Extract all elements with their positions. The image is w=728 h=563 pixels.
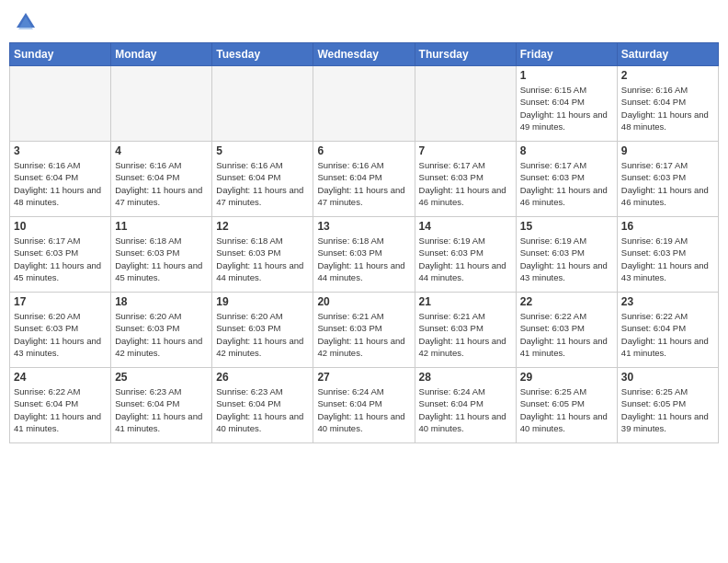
calendar-cell: 27Sunrise: 6:24 AMSunset: 6:04 PMDayligh…	[313, 368, 415, 443]
day-number: 13	[317, 220, 410, 233]
day-info: Sunrise: 6:20 AMSunset: 6:03 PMDaylight:…	[216, 310, 309, 359]
calendar-cell: 24Sunrise: 6:22 AMSunset: 6:04 PMDayligh…	[10, 368, 111, 443]
day-number: 20	[317, 295, 410, 308]
page-header	[9, 9, 719, 35]
day-info: Sunrise: 6:25 AMSunset: 6:05 PMDaylight:…	[621, 385, 714, 434]
calendar-cell: 8Sunrise: 6:17 AMSunset: 6:03 PMDaylight…	[516, 142, 617, 217]
calendar-cell	[111, 66, 212, 142]
day-info: Sunrise: 6:19 AMSunset: 6:03 PMDaylight:…	[621, 235, 714, 283]
calendar-cell: 1Sunrise: 6:15 AMSunset: 6:04 PMDaylight…	[516, 66, 617, 142]
day-number: 27	[317, 371, 410, 384]
day-number: 19	[216, 295, 309, 308]
day-number: 3	[14, 144, 107, 157]
calendar-cell: 16Sunrise: 6:19 AMSunset: 6:03 PMDayligh…	[617, 217, 718, 293]
calendar-cell	[212, 66, 313, 142]
weekday-header: Monday	[111, 43, 212, 66]
weekday-header: Friday	[516, 43, 617, 66]
logo	[13, 9, 42, 35]
day-number: 4	[115, 144, 208, 157]
day-number: 28	[419, 371, 512, 384]
weekday-header: Sunday	[10, 43, 111, 66]
day-info: Sunrise: 6:20 AMSunset: 6:03 PMDaylight:…	[115, 310, 208, 359]
day-number: 14	[419, 220, 512, 233]
day-info: Sunrise: 6:22 AMSunset: 6:04 PMDaylight:…	[621, 310, 714, 359]
day-info: Sunrise: 6:18 AMSunset: 6:03 PMDaylight:…	[317, 235, 410, 283]
calendar-cell: 3Sunrise: 6:16 AMSunset: 6:04 PMDaylight…	[10, 142, 111, 217]
calendar-week-row: 1Sunrise: 6:15 AMSunset: 6:04 PMDaylight…	[10, 66, 719, 142]
day-number: 15	[520, 220, 613, 233]
day-number: 10	[14, 220, 107, 233]
day-info: Sunrise: 6:21 AMSunset: 6:03 PMDaylight:…	[317, 310, 410, 359]
day-number: 26	[216, 371, 309, 384]
calendar-cell: 9Sunrise: 6:17 AMSunset: 6:03 PMDaylight…	[617, 142, 718, 217]
calendar-cell: 4Sunrise: 6:16 AMSunset: 6:04 PMDaylight…	[111, 142, 212, 217]
calendar-cell: 5Sunrise: 6:16 AMSunset: 6:04 PMDaylight…	[212, 142, 313, 217]
calendar-cell: 10Sunrise: 6:17 AMSunset: 6:03 PMDayligh…	[10, 217, 111, 293]
day-number: 9	[621, 144, 714, 157]
calendar-cell: 12Sunrise: 6:18 AMSunset: 6:03 PMDayligh…	[212, 217, 313, 293]
weekday-header: Wednesday	[313, 43, 415, 66]
calendar-week-row: 24Sunrise: 6:22 AMSunset: 6:04 PMDayligh…	[10, 368, 719, 443]
calendar-header-row: SundayMondayTuesdayWednesdayThursdayFrid…	[10, 43, 719, 66]
day-number: 8	[520, 144, 613, 157]
calendar-cell: 19Sunrise: 6:20 AMSunset: 6:03 PMDayligh…	[212, 293, 313, 368]
day-info: Sunrise: 6:17 AMSunset: 6:03 PMDaylight:…	[419, 159, 512, 208]
day-info: Sunrise: 6:21 AMSunset: 6:03 PMDaylight:…	[419, 310, 512, 359]
day-info: Sunrise: 6:23 AMSunset: 6:04 PMDaylight:…	[216, 385, 309, 434]
day-info: Sunrise: 6:24 AMSunset: 6:04 PMDaylight:…	[419, 385, 512, 434]
day-info: Sunrise: 6:20 AMSunset: 6:03 PMDaylight:…	[14, 310, 107, 359]
day-info: Sunrise: 6:16 AMSunset: 6:04 PMDaylight:…	[115, 159, 208, 208]
day-number: 12	[216, 220, 309, 233]
day-info: Sunrise: 6:19 AMSunset: 6:03 PMDaylight:…	[520, 235, 613, 283]
day-number: 21	[419, 295, 512, 308]
calendar-cell: 29Sunrise: 6:25 AMSunset: 6:05 PMDayligh…	[516, 368, 617, 443]
day-number: 24	[14, 371, 107, 384]
day-info: Sunrise: 6:17 AMSunset: 6:03 PMDaylight:…	[621, 159, 714, 208]
calendar-cell: 25Sunrise: 6:23 AMSunset: 6:04 PMDayligh…	[111, 368, 212, 443]
day-info: Sunrise: 6:25 AMSunset: 6:05 PMDaylight:…	[520, 385, 613, 434]
calendar-cell: 20Sunrise: 6:21 AMSunset: 6:03 PMDayligh…	[313, 293, 415, 368]
calendar-cell: 14Sunrise: 6:19 AMSunset: 6:03 PMDayligh…	[415, 217, 516, 293]
day-info: Sunrise: 6:15 AMSunset: 6:04 PMDaylight:…	[520, 84, 613, 132]
day-number: 16	[621, 220, 714, 233]
day-number: 7	[419, 144, 512, 157]
calendar-cell: 26Sunrise: 6:23 AMSunset: 6:04 PMDayligh…	[212, 368, 313, 443]
calendar-cell	[415, 66, 516, 142]
day-info: Sunrise: 6:24 AMSunset: 6:04 PMDaylight:…	[317, 385, 410, 434]
day-info: Sunrise: 6:23 AMSunset: 6:04 PMDaylight:…	[115, 385, 208, 434]
weekday-header: Saturday	[617, 43, 718, 66]
calendar-week-row: 10Sunrise: 6:17 AMSunset: 6:03 PMDayligh…	[10, 217, 719, 293]
day-number: 22	[520, 295, 613, 308]
day-number: 17	[14, 295, 107, 308]
calendar-week-row: 3Sunrise: 6:16 AMSunset: 6:04 PMDaylight…	[10, 142, 719, 217]
calendar-cell: 23Sunrise: 6:22 AMSunset: 6:04 PMDayligh…	[617, 293, 718, 368]
calendar: SundayMondayTuesdayWednesdayThursdayFrid…	[9, 42, 719, 443]
calendar-cell: 30Sunrise: 6:25 AMSunset: 6:05 PMDayligh…	[617, 368, 718, 443]
calendar-cell: 7Sunrise: 6:17 AMSunset: 6:03 PMDaylight…	[415, 142, 516, 217]
calendar-week-row: 17Sunrise: 6:20 AMSunset: 6:03 PMDayligh…	[10, 293, 719, 368]
day-number: 6	[317, 144, 410, 157]
day-number: 29	[520, 371, 613, 384]
day-number: 25	[115, 371, 208, 384]
day-info: Sunrise: 6:16 AMSunset: 6:04 PMDaylight:…	[621, 84, 714, 132]
day-info: Sunrise: 6:22 AMSunset: 6:04 PMDaylight:…	[14, 385, 107, 434]
day-info: Sunrise: 6:17 AMSunset: 6:03 PMDaylight:…	[14, 235, 107, 283]
weekday-header: Thursday	[415, 43, 516, 66]
weekday-header: Tuesday	[212, 43, 313, 66]
day-number: 18	[115, 295, 208, 308]
day-info: Sunrise: 6:16 AMSunset: 6:04 PMDaylight:…	[317, 159, 410, 208]
logo-icon	[13, 9, 39, 35]
calendar-cell: 6Sunrise: 6:16 AMSunset: 6:04 PMDaylight…	[313, 142, 415, 217]
calendar-cell: 21Sunrise: 6:21 AMSunset: 6:03 PMDayligh…	[415, 293, 516, 368]
day-number: 1	[520, 69, 613, 82]
day-info: Sunrise: 6:17 AMSunset: 6:03 PMDaylight:…	[520, 159, 613, 208]
calendar-cell: 2Sunrise: 6:16 AMSunset: 6:04 PMDaylight…	[617, 66, 718, 142]
calendar-cell: 17Sunrise: 6:20 AMSunset: 6:03 PMDayligh…	[10, 293, 111, 368]
day-number: 11	[115, 220, 208, 233]
calendar-cell: 22Sunrise: 6:22 AMSunset: 6:03 PMDayligh…	[516, 293, 617, 368]
day-number: 23	[621, 295, 714, 308]
calendar-cell	[313, 66, 415, 142]
day-number: 2	[621, 69, 714, 82]
day-info: Sunrise: 6:16 AMSunset: 6:04 PMDaylight:…	[216, 159, 309, 208]
calendar-cell: 13Sunrise: 6:18 AMSunset: 6:03 PMDayligh…	[313, 217, 415, 293]
